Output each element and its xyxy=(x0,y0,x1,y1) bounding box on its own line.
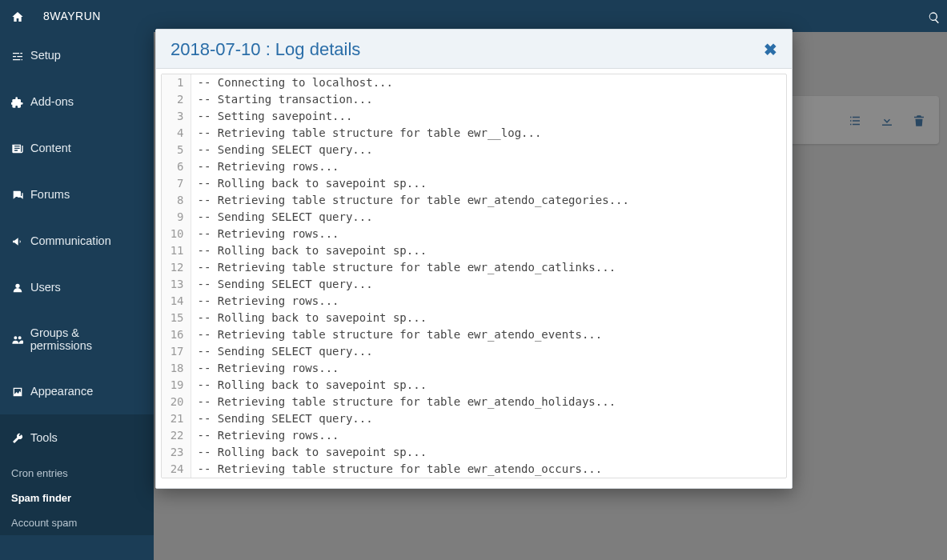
modal-body: 1-- Connecting to localhost...2-- Starti… xyxy=(156,69,792,488)
sidebar-item-content[interactable]: Content xyxy=(0,125,154,171)
line-number: 11 xyxy=(162,242,191,259)
puzzle-icon xyxy=(11,94,30,109)
code-line: 21-- Sending SELECT query... xyxy=(162,410,786,427)
line-number: 16 xyxy=(162,326,191,343)
sidebar-item-label: Communication xyxy=(30,234,111,247)
sidebar-item-setup[interactable]: Setup xyxy=(0,32,154,78)
line-number: 21 xyxy=(162,410,191,427)
line-content: -- Retrieving table structure for table … xyxy=(191,125,786,142)
code-line: 6-- Retrieving rows... xyxy=(162,158,786,175)
line-content: -- Starting transaction... xyxy=(191,91,786,108)
line-content: -- Rolling back to savepoint sp... xyxy=(191,242,786,259)
sidebar-subitem-label: Cron entries xyxy=(11,467,68,479)
code-line: 24-- Retrieving table structure for tabl… xyxy=(162,461,786,478)
group-icon xyxy=(11,332,30,346)
sidebar-subitem-cron-entries[interactable]: Cron entries xyxy=(0,461,154,486)
line-content: -- Rolling back to savepoint sp... xyxy=(191,175,786,192)
sidebar-item-users[interactable]: Users xyxy=(0,264,154,310)
line-number: 12 xyxy=(162,259,191,276)
code-line: 8-- Retrieving table structure for table… xyxy=(162,192,786,209)
brand-title[interactable]: 8WAYRUN xyxy=(43,10,101,22)
sidebar-item-appearance[interactable]: Appearance xyxy=(0,368,154,414)
sidebar-item-label: Groups & permissions xyxy=(30,326,142,352)
comments-icon xyxy=(11,187,30,202)
close-icon[interactable]: ✖ xyxy=(764,40,777,59)
user-icon xyxy=(11,280,30,294)
newspaper-icon xyxy=(11,141,30,155)
line-content: -- Rolling back to savepoint sp... xyxy=(191,310,786,326)
sidebar-item-groups-permissions[interactable]: Groups & permissions xyxy=(0,310,154,368)
line-number: 17 xyxy=(162,343,191,360)
line-content: -- Connecting to localhost... xyxy=(191,74,786,91)
sidebar-item-label: Appearance xyxy=(30,385,93,398)
line-content: -- Sending SELECT query... xyxy=(191,343,786,360)
line-content: -- Sending SELECT query... xyxy=(191,276,786,293)
line-number: 18 xyxy=(162,360,191,377)
line-content: -- Retrieving table structure for table … xyxy=(191,326,786,343)
line-number: 23 xyxy=(162,444,191,461)
code-line: 7-- Rolling back to savepoint sp... xyxy=(162,175,786,192)
bullhorn-icon xyxy=(11,234,30,248)
sidebar-item-communication[interactable]: Communication xyxy=(0,218,154,264)
line-content: -- Retrieving table structure for table … xyxy=(191,192,786,209)
sidebar-item-label: Setup xyxy=(30,49,61,62)
sidebar-subitem-label: Account spam xyxy=(11,517,77,529)
code-line: 16-- Retrieving table structure for tabl… xyxy=(162,326,786,343)
line-content: -- Retrieving rows... xyxy=(191,427,786,444)
sidebar-item-label: Users xyxy=(30,281,61,294)
home-icon[interactable] xyxy=(11,9,24,23)
line-content: -- Sending SELECT query... xyxy=(191,209,786,226)
search-icon[interactable] xyxy=(928,10,941,24)
line-content: -- Retrieving table structure for table … xyxy=(191,461,786,478)
line-content: -- Sending SELECT query... xyxy=(191,142,786,158)
sidebar-item-label: Add-ons xyxy=(30,95,74,108)
line-number: 2 xyxy=(162,91,191,108)
line-content: -- Retrieving rows... xyxy=(191,158,786,175)
code-line: 11-- Rolling back to savepoint sp... xyxy=(162,242,786,259)
line-content: -- Retrieving table structure for table … xyxy=(191,259,786,276)
sidebar-item-tools[interactable]: Tools xyxy=(0,414,154,461)
sidebar-subitem-account-spam[interactable]: Account spam xyxy=(0,510,154,535)
code-line: 17-- Sending SELECT query... xyxy=(162,343,786,360)
line-number: 7 xyxy=(162,175,191,192)
line-number: 6 xyxy=(162,158,191,175)
line-content: -- Retrieving rows... xyxy=(191,226,786,242)
code-line: 9-- Sending SELECT query... xyxy=(162,209,786,226)
code-line: 14-- Retrieving rows... xyxy=(162,293,786,310)
line-number: 13 xyxy=(162,276,191,293)
line-content: -- Rolling back to savepoint sp... xyxy=(191,377,786,394)
modal-header: 2018-07-10 : Log details ✖ xyxy=(156,30,792,69)
code-line: 10-- Retrieving rows... xyxy=(162,226,786,242)
code-line: 2-- Starting transaction... xyxy=(162,91,786,108)
sidebar-subitem-spam-finder[interactable]: Spam finder xyxy=(0,486,154,510)
line-number: 5 xyxy=(162,142,191,158)
line-number: 4 xyxy=(162,125,191,142)
code-line: 20-- Retrieving table structure for tabl… xyxy=(162,394,786,410)
code-line: 22-- Retrieving rows... xyxy=(162,427,786,444)
line-number: 14 xyxy=(162,293,191,310)
line-number: 22 xyxy=(162,427,191,444)
line-content: -- Rolling back to savepoint sp... xyxy=(191,444,786,461)
modal-title: 2018-07-10 : Log details xyxy=(171,39,360,60)
code-line: 3-- Setting savepoint... xyxy=(162,108,786,125)
line-number: 15 xyxy=(162,310,191,326)
line-number: 8 xyxy=(162,192,191,209)
code-line: 15-- Rolling back to savepoint sp... xyxy=(162,310,786,326)
sidebar-item-add-ons[interactable]: Add-ons xyxy=(0,78,154,125)
line-content: -- Retrieving table structure for table … xyxy=(191,394,786,410)
line-number: 24 xyxy=(162,461,191,478)
wrench-icon xyxy=(11,430,30,445)
code-viewer: 1-- Connecting to localhost...2-- Starti… xyxy=(161,74,787,478)
code-line: 19-- Rolling back to savepoint sp... xyxy=(162,377,786,394)
code-line: 18-- Retrieving rows... xyxy=(162,360,786,377)
sidebar-subitem-label: Spam finder xyxy=(11,492,71,504)
topbar: 8WAYRUN xyxy=(0,0,947,32)
image-icon xyxy=(11,384,30,398)
code-scroll[interactable]: 1-- Connecting to localhost...2-- Starti… xyxy=(162,74,786,478)
line-number: 19 xyxy=(162,377,191,394)
line-number: 20 xyxy=(162,394,191,410)
sidebar-item-forums[interactable]: Forums xyxy=(0,171,154,218)
line-content: -- Retrieving rows... xyxy=(191,293,786,310)
sidebar-item-label: Tools xyxy=(30,431,58,444)
code-line: 23-- Rolling back to savepoint sp... xyxy=(162,444,786,461)
